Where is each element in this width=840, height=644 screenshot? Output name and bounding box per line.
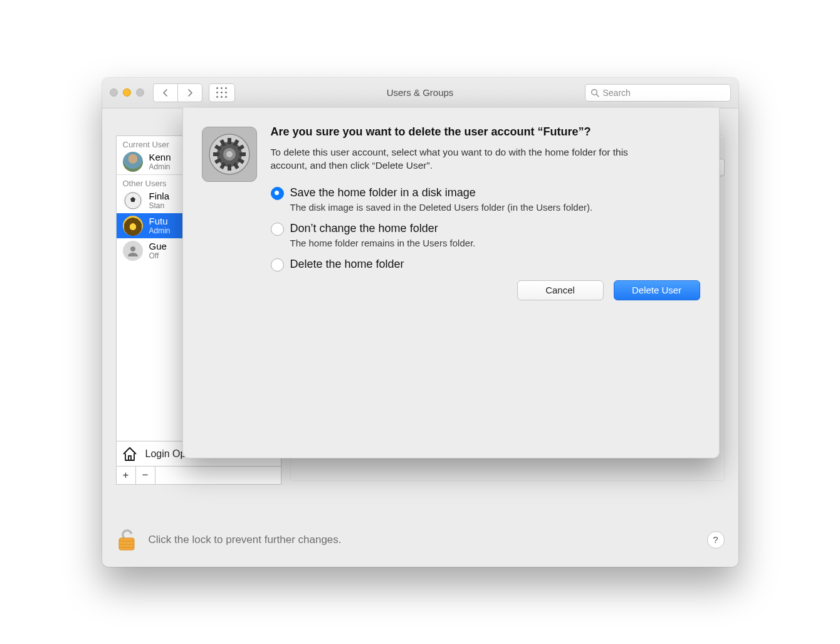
nav-forward-button[interactable] (177, 83, 202, 102)
option-label: Delete the home folder (290, 257, 404, 271)
dialog-option-1[interactable]: Don’t change the home folder The home fo… (271, 221, 700, 248)
sidebar-footer: + − (117, 466, 281, 484)
delete-user-dialog: Are you sure you want to delete the user… (182, 108, 720, 458)
grid-icon (216, 87, 228, 98)
chevron-right-icon (187, 89, 193, 97)
avatar (123, 191, 143, 211)
nav-group (153, 83, 202, 102)
svg-rect-18 (228, 164, 231, 171)
svg-rect-9 (119, 547, 134, 548)
svg-rect-5 (129, 456, 131, 460)
zoom-window-button[interactable] (136, 88, 144, 97)
lock-row: Click the lock to prevent further change… (116, 527, 725, 553)
minimize-window-button[interactable] (123, 88, 131, 97)
user-role: Admin (149, 226, 171, 235)
user-name: Kenn (149, 152, 171, 162)
lock-text: Click the lock to prevent further change… (149, 534, 342, 546)
dialog-description: To delete this user account, select what… (271, 145, 634, 172)
dialog-title: Are you sure you want to delete the user… (271, 124, 622, 139)
user-role: Off (149, 251, 167, 260)
lock-button[interactable] (116, 527, 137, 552)
dialog-option-2[interactable]: Delete the home folder (271, 257, 700, 272)
option-desc: The disk image is saved in the Deleted U… (290, 202, 593, 213)
unlocked-lock-icon (116, 527, 137, 552)
chevron-left-icon (162, 89, 169, 97)
close-window-button[interactable] (110, 88, 118, 97)
remove-user-button[interactable]: − (136, 467, 155, 484)
titlebar: Users & Groups Search (102, 78, 738, 108)
window-controls (110, 88, 144, 97)
delete-user-label: Delete User (632, 285, 681, 295)
avatar (123, 152, 143, 172)
user-name: Futu (149, 216, 171, 226)
svg-rect-8 (119, 544, 134, 545)
svg-rect-7 (119, 541, 134, 542)
svg-rect-15 (239, 152, 246, 156)
user-role: Stan (149, 201, 170, 210)
svg-point-25 (226, 151, 233, 157)
house-icon (122, 446, 138, 462)
search-icon (591, 88, 599, 97)
dialog-option-0[interactable]: Save the home folder in a disk image The… (271, 186, 700, 213)
user-name: Gue (149, 241, 167, 251)
option-desc: The home folder remains in the Users fol… (290, 238, 476, 248)
svg-rect-21 (213, 152, 219, 156)
svg-point-4 (130, 246, 135, 251)
avatar (123, 241, 143, 261)
delete-user-button[interactable]: Delete User (614, 280, 700, 300)
person-icon (126, 244, 140, 258)
radio-button[interactable] (271, 258, 284, 272)
cancel-button[interactable]: Cancel (517, 280, 604, 300)
help-button[interactable]: ? (707, 531, 725, 549)
nav-back-button[interactable] (153, 83, 177, 102)
add-user-button[interactable]: + (117, 467, 136, 484)
option-label: Save the home folder in a disk image (290, 186, 593, 199)
user-role: Admin (149, 162, 171, 171)
avatar (123, 216, 143, 236)
radio-button[interactable] (271, 187, 284, 200)
svg-line-1 (596, 94, 599, 97)
system-preferences-icon (202, 127, 257, 182)
dialog-options: Save the home folder in a disk image The… (271, 186, 700, 272)
radio-button[interactable] (271, 223, 284, 236)
user-name: Finla (149, 191, 170, 201)
cancel-label: Cancel (545, 285, 575, 295)
soccer-ball-icon (124, 192, 142, 209)
search-field[interactable]: Search (585, 84, 731, 102)
option-label: Don’t change the home folder (290, 221, 476, 235)
search-placeholder: Search (603, 88, 631, 98)
svg-rect-12 (228, 138, 231, 144)
preferences-window: Users & Groups Search Current User Kenn … (102, 78, 738, 567)
show-all-prefs-button[interactable] (209, 83, 235, 102)
gear-icon (207, 132, 251, 176)
